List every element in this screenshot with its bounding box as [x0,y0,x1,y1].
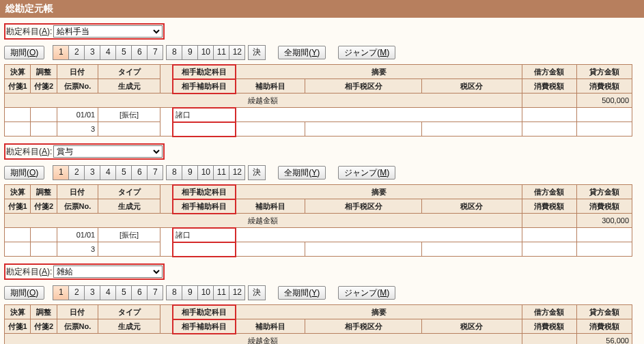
month-group-2: 8 9 10 11 12 [166,45,245,60]
cell-credit[interactable] [577,228,632,242]
cell-expand[interactable] [160,228,172,257]
jump-button[interactable]: ジャンプ(M) [338,286,395,300]
col-cons-tax-d: 消費税額 [522,319,577,334]
cell-date[interactable]: 01/01 [57,228,98,242]
cell[interactable] [422,122,522,137]
month-10[interactable]: 10 [198,45,214,60]
cell-counter[interactable]: 諸口 [173,108,236,122]
month-11[interactable]: 11 [214,285,229,300]
period-button[interactable]: 期間(O) [4,286,44,300]
period-button[interactable]: 期間(O) [4,46,44,59]
month-1[interactable]: 1 [53,165,69,180]
cell[interactable] [236,122,305,137]
cell[interactable] [577,242,632,257]
month-5[interactable]: 5 [116,45,132,60]
month-8[interactable]: 8 [166,45,182,60]
cell-debit[interactable] [522,108,577,122]
cell-denpyo[interactable]: 3 [57,122,98,137]
month-9[interactable]: 9 [182,45,198,60]
cell[interactable] [5,228,31,242]
cell[interactable] [522,242,577,257]
month-1[interactable]: 1 [53,45,69,60]
month-12[interactable]: 12 [229,285,245,300]
cell[interactable] [5,122,31,137]
month-5[interactable]: 5 [116,165,132,180]
month-9[interactable]: 9 [182,285,198,300]
cell-type[interactable]: [振伝] [98,228,160,242]
cell[interactable] [173,122,236,137]
kessan-button[interactable]: 決 [248,165,266,180]
month-7[interactable]: 7 [148,165,163,180]
account-select[interactable]: 雑給 [53,266,163,278]
cell[interactable] [577,122,632,137]
month-12[interactable]: 12 [229,45,245,60]
cell[interactable] [31,108,57,122]
carryover-credit: 300,000 [577,214,632,228]
cell-denpyo[interactable]: 3 [57,242,98,257]
cell-summary[interactable] [236,228,522,242]
cell[interactable] [305,122,421,137]
month-1[interactable]: 1 [53,285,69,300]
cell[interactable] [173,242,236,257]
kessan-button[interactable]: 決 [248,285,266,300]
cell-summary[interactable] [236,108,522,122]
month-10[interactable]: 10 [198,285,214,300]
kessan-button[interactable]: 決 [248,45,266,60]
col-expand[interactable] [160,185,172,214]
jump-button[interactable]: ジャンプ(M) [338,166,395,180]
month-2[interactable]: 2 [69,165,85,180]
cell[interactable] [522,122,577,137]
col-denpyo: 伝票No. [57,319,98,334]
col-summary: 摘要 [236,65,522,79]
period-button[interactable]: 期間(O) [4,166,44,180]
month-7[interactable]: 7 [148,285,163,300]
cell[interactable] [422,242,522,257]
cell-credit[interactable] [577,108,632,122]
cell[interactable] [5,242,31,257]
month-12[interactable]: 12 [229,165,245,180]
month-4[interactable]: 4 [100,285,116,300]
full-period-button[interactable]: 全期間(Y) [278,46,326,59]
cell[interactable] [98,242,160,257]
month-4[interactable]: 4 [100,45,116,60]
jump-button[interactable]: ジャンプ(M) [338,46,395,59]
cell[interactable] [236,242,305,257]
cell[interactable] [5,108,31,122]
month-6[interactable]: 6 [132,285,148,300]
col-denpyo: 伝票No. [57,79,98,94]
full-period-button[interactable]: 全期間(Y) [278,286,326,300]
month-3[interactable]: 3 [85,165,100,180]
month-6[interactable]: 6 [132,165,148,180]
col-expand[interactable] [160,65,172,94]
cell-counter[interactable]: 諸口 [173,228,236,242]
month-10[interactable]: 10 [198,165,214,180]
cell-type[interactable]: [振伝] [98,108,160,122]
cell-date[interactable]: 01/01 [57,108,98,122]
cell[interactable] [31,228,57,242]
month-8[interactable]: 8 [166,285,182,300]
month-3[interactable]: 3 [85,285,100,300]
month-2[interactable]: 2 [69,285,85,300]
full-period-button[interactable]: 全期間(Y) [278,166,326,180]
month-8[interactable]: 8 [166,165,182,180]
cell[interactable] [305,242,421,257]
month-11[interactable]: 11 [214,45,229,60]
cell[interactable] [31,122,57,137]
month-7[interactable]: 7 [148,45,163,60]
month-4[interactable]: 4 [100,165,116,180]
month-5[interactable]: 5 [116,285,132,300]
cell-debit[interactable] [522,228,577,242]
cell[interactable] [31,242,57,257]
month-2[interactable]: 2 [69,45,85,60]
account-select[interactable]: 賞与 [53,145,163,158]
account-select[interactable]: 給料手当 [53,25,163,38]
month-11[interactable]: 11 [214,165,229,180]
month-9[interactable]: 9 [182,165,198,180]
month-3[interactable]: 3 [85,45,100,60]
cell[interactable] [98,122,160,137]
col-expand[interactable] [160,305,172,334]
month-6[interactable]: 6 [132,45,148,60]
col-fusen1: 付箋1 [5,79,31,94]
carryover-label: 繰越金額 [5,94,522,108]
cell-expand[interactable] [160,108,172,137]
